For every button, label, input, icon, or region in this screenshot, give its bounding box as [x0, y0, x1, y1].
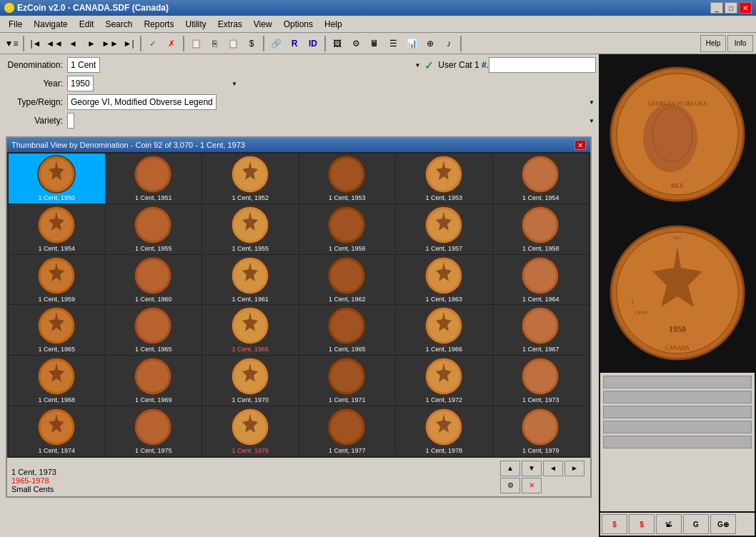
thumbnail-coin-5[interactable]: 1 Cent, 1954 [493, 154, 590, 204]
thumbnail-coin-25[interactable]: 1 Cent, 1969 [106, 356, 202, 406]
thumbnail-coin-15[interactable]: 1 Cent, 1962 [299, 255, 396, 305]
calc-button[interactable]: 🖩 [366, 35, 383, 52]
thumbnail-coin-10[interactable]: 1 Cent, 1957 [396, 204, 492, 254]
thumbnail-label-0: 1 Cent, 1950 [38, 194, 75, 202]
info-button[interactable]: Info [727, 35, 753, 52]
rb-btn-1[interactable]: $ [602, 514, 627, 534]
thumb-nav-x[interactable]: ✕ [522, 478, 542, 493]
menu-utility[interactable]: Utility [179, 18, 212, 31]
nav-first[interactable]: |◄ [27, 35, 44, 52]
thumb-button[interactable]: 🖼 [329, 35, 346, 52]
thumbnail-coin-32[interactable]: 1 Cent, 1976 [202, 406, 299, 456]
thumbnail-label-19: 1 Cent, 1965 [135, 346, 172, 353]
denomination-select[interactable]: 1 Cent [67, 57, 100, 73]
thumb-nav-down[interactable]: ▼ [522, 461, 542, 476]
thumb-nav-tool[interactable]: ⚙ [500, 478, 520, 493]
thumbnail-coin-11[interactable]: 1 Cent, 1958 [493, 204, 590, 254]
menu-extras[interactable]: Extras [212, 18, 248, 31]
rb-btn-2[interactable]: $ [629, 514, 655, 534]
extra-btn1[interactable]: ⊕ [422, 35, 439, 52]
coin-set-button[interactable]: ⚙ [347, 35, 364, 52]
thumb-nav-left[interactable]: ◄ [543, 461, 563, 476]
menu-search[interactable]: Search [99, 18, 138, 31]
nav-prev-fast[interactable]: ◄◄ [46, 35, 63, 52]
thumbnail-coin-19[interactable]: 1 Cent, 1965 [106, 305, 202, 355]
thumbnail-coin-13[interactable]: 1 Cent, 1960 [106, 255, 202, 305]
thumbnail-coin-23[interactable]: 1 Cent, 1967 [493, 305, 590, 355]
thumbnail-coin-27[interactable]: 1 Cent, 1971 [299, 356, 396, 406]
link-button[interactable]: 🔗 [267, 35, 284, 52]
menu-help[interactable]: Help [319, 18, 348, 31]
thumbnail-coin-20[interactable]: 1 Cent, 1965 [202, 305, 299, 355]
minimize-button[interactable]: _ [710, 2, 723, 14]
menu-view[interactable]: View [248, 18, 278, 31]
user-cat-input[interactable] [489, 57, 596, 73]
thumbnail-coin-28[interactable]: 1 Cent, 1972 [396, 356, 492, 406]
thumb-nav-up[interactable]: ▲ [500, 461, 520, 476]
thumbnail-coin-1[interactable]: 1 Cent, 1951 [106, 154, 202, 204]
thumbnail-coin-21[interactable]: 1 Cent, 1965 [299, 305, 396, 355]
thumbnail-coin-4[interactable]: 1 Cent, 1953 [396, 154, 492, 204]
nav-next[interactable]: ► [83, 35, 100, 52]
variety-select[interactable] [67, 113, 74, 129]
copy-button[interactable]: ⎘ [206, 35, 223, 52]
thumbnail-coin-26[interactable]: 1 Cent, 1970 [202, 356, 299, 406]
nav-last[interactable]: ►| [120, 35, 137, 52]
rb-btn-5[interactable]: G⊕ [710, 514, 736, 534]
check-button[interactable]: ✓ [144, 35, 161, 52]
nav-prev[interactable]: ◄ [64, 35, 81, 52]
thumbnail-coin-35[interactable]: 1 Cent, 1979 [493, 406, 590, 456]
type-select[interactable]: George VI, Modified Obverse Legend [67, 94, 217, 110]
thumbnail-coin-0[interactable]: 1 Cent, 1950 [9, 154, 105, 204]
thumbnail-coin-24[interactable]: 1 Cent, 1968 [9, 356, 105, 406]
cross-button[interactable]: ✗ [163, 35, 180, 52]
menu-edit[interactable]: Edit [74, 18, 100, 31]
thumbnail-coin-29[interactable]: 1 Cent, 1973 [493, 356, 590, 406]
thumb-nav-right[interactable]: ► [564, 461, 585, 476]
thumbnail-coin-2[interactable]: 1 Cent, 1952 [202, 154, 299, 204]
menu-options[interactable]: Options [278, 18, 319, 31]
thumbnail-coin-30[interactable]: 1 Cent, 1974 [9, 406, 105, 456]
stats-button[interactable]: 📊 [403, 35, 420, 52]
thumbnail-coin-16[interactable]: 1 Cent, 1963 [396, 255, 492, 305]
thumbnail-coin-22[interactable]: 1 Cent, 1966 [396, 305, 492, 355]
dollar-button[interactable]: $ [243, 35, 260, 52]
thumbnail-coin-31[interactable]: 1 Cent, 1975 [106, 406, 202, 456]
close-button[interactable]: ✕ [739, 2, 752, 14]
thumbnail-coin-18[interactable]: 1 Cent, 1965 [9, 305, 105, 355]
rb-btn-4[interactable]: G [683, 514, 709, 534]
menu-navigate[interactable]: Navigate [28, 18, 73, 31]
denomination-row: Denomination: 1 Cent ▼ ✓ User Cat 1 #. [3, 57, 596, 73]
thumbnail-label-29: 1 Cent, 1973 [522, 396, 559, 404]
right-field-bar-2 [603, 391, 752, 403]
thumbnail-label-27: 1 Cent, 1971 [329, 396, 366, 404]
thumbnail-coin-12[interactable]: 1 Cent, 1959 [9, 255, 105, 305]
thumbnail-coin-7[interactable]: 1 Cent, 1955 [106, 204, 202, 254]
year-select[interactable]: 1950 [67, 76, 94, 91]
thumbnail-close-button[interactable]: ✕ [575, 140, 586, 150]
thumbnail-coin-3[interactable]: 1 Cent, 1953 [299, 154, 396, 204]
paste-button[interactable]: 📋 [224, 35, 242, 52]
thumbnail-coin-17[interactable]: 1 Cent, 1964 [493, 255, 590, 305]
edit-coin[interactable]: 📋 [187, 35, 204, 52]
menu-file[interactable]: File [3, 18, 28, 31]
rb-btn-3[interactable]: 📽 [656, 514, 682, 534]
svg-point-95 [137, 411, 169, 443]
nav-next-fast[interactable]: ►► [101, 35, 119, 52]
app-icon: 🪙 [4, 3, 14, 13]
filter-button[interactable]: ▼≡ [3, 35, 20, 52]
id-button[interactable]: ID [304, 35, 322, 52]
thumbnail-coin-33[interactable]: 1 Cent, 1977 [299, 406, 396, 456]
thumbnail-coin-34[interactable]: 1 Cent, 1978 [396, 406, 492, 456]
list-button[interactable]: ☰ [384, 35, 402, 52]
help-button[interactable]: Help [700, 35, 726, 52]
menu-reports[interactable]: Reports [138, 18, 179, 31]
year-row: Year: 1950 ▼ [3, 76, 596, 91]
thumbnail-coin-14[interactable]: 1 Cent, 1961 [202, 255, 299, 305]
thumbnail-coin-6[interactable]: 1 Cent, 1954 [9, 204, 105, 254]
thumbnail-coin-9[interactable]: 1 Cent, 1956 [299, 204, 396, 254]
ref-button[interactable]: R [286, 35, 303, 52]
maximize-button[interactable]: □ [725, 2, 737, 14]
extra-btn2[interactable]: ♪ [440, 35, 457, 52]
thumbnail-coin-8[interactable]: 1 Cent, 1955 [202, 204, 299, 254]
